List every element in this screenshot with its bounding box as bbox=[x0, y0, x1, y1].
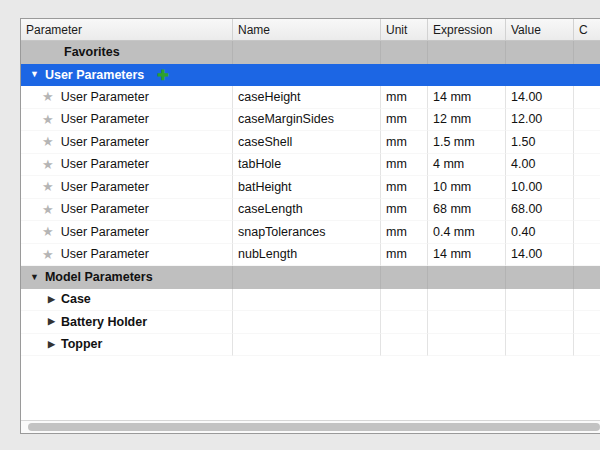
cell-empty bbox=[574, 289, 600, 312]
column-header-comments[interactable]: C bbox=[574, 19, 600, 40]
cell-expression[interactable]: 10 mm bbox=[428, 176, 506, 199]
cell-parameter: Favorites bbox=[21, 41, 233, 64]
cell-empty bbox=[233, 64, 381, 87]
column-header-value[interactable]: Value bbox=[506, 19, 574, 40]
cell-expression[interactable]: 14 mm bbox=[428, 86, 506, 109]
add-parameter-button[interactable]: ✚ bbox=[157, 68, 169, 82]
cell-expression[interactable]: 1.5 mm bbox=[428, 131, 506, 154]
cell-empty bbox=[233, 334, 381, 357]
favorite-star-icon[interactable]: ★ bbox=[42, 113, 54, 126]
cell-empty bbox=[506, 266, 574, 289]
cell-empty bbox=[506, 41, 574, 64]
cell-comment[interactable] bbox=[574, 86, 600, 109]
chevron-right-icon[interactable]: ▶ bbox=[48, 317, 55, 326]
group-row[interactable]: ▶Topper bbox=[21, 334, 600, 357]
cell-empty bbox=[381, 311, 428, 334]
cell-empty bbox=[233, 266, 381, 289]
parameter-row[interactable]: ★User ParametercaseHeightmm14 mm14.00 bbox=[21, 86, 600, 109]
favorite-star-icon[interactable]: ★ bbox=[42, 158, 54, 171]
cell-expression[interactable]: 0.4 mm bbox=[428, 221, 506, 244]
column-header-expression[interactable]: Expression bbox=[428, 19, 506, 40]
cell-expression[interactable]: 12 mm bbox=[428, 109, 506, 132]
cell-name[interactable]: caseLength bbox=[233, 199, 381, 222]
parameter-row[interactable]: ★User ParametercaseLengthmm68 mm68.00 bbox=[21, 199, 600, 222]
section-row[interactable]: ▼Model Parameters bbox=[21, 266, 600, 289]
chevron-right-icon[interactable]: ▶ bbox=[48, 340, 55, 349]
parameter-row[interactable]: ★User ParametercaseShellmm1.5 mm1.50 bbox=[21, 131, 600, 154]
cell-empty bbox=[506, 334, 574, 357]
cell-parameter: ★User Parameter bbox=[21, 221, 233, 244]
parameter-type-label: User Parameter bbox=[61, 247, 149, 261]
cell-name[interactable]: tabHole bbox=[233, 154, 381, 177]
favorite-star-icon[interactable]: ★ bbox=[42, 135, 54, 148]
cell-name[interactable]: caseShell bbox=[233, 131, 381, 154]
cell-parameter: ▶Battery Holder bbox=[21, 311, 233, 334]
column-header-name[interactable]: Name bbox=[233, 19, 381, 40]
cell-comment[interactable] bbox=[574, 221, 600, 244]
cell-empty bbox=[574, 64, 600, 87]
favorite-star-icon[interactable]: ★ bbox=[42, 225, 54, 238]
selected-section-row[interactable]: ▼User Parameters✚ bbox=[21, 64, 600, 87]
cell-empty bbox=[381, 289, 428, 312]
section-label: Model Parameters bbox=[45, 270, 153, 284]
chevron-down-icon[interactable]: ▼ bbox=[30, 70, 39, 79]
cell-comment[interactable] bbox=[574, 176, 600, 199]
parameter-row[interactable]: ★User ParameterbatHeightmm10 mm10.00 bbox=[21, 176, 600, 199]
cell-comment[interactable] bbox=[574, 131, 600, 154]
cell-comment[interactable] bbox=[574, 199, 600, 222]
cell-expression[interactable]: 4 mm bbox=[428, 154, 506, 177]
cell-name[interactable]: caseMarginSides bbox=[233, 109, 381, 132]
parameter-row[interactable]: ★User ParametersnapTolerancesmm0.4 mm0.4… bbox=[21, 221, 600, 244]
cell-unit[interactable]: mm bbox=[381, 86, 428, 109]
cell-empty bbox=[428, 64, 506, 87]
favorite-star-icon[interactable]: ★ bbox=[42, 248, 54, 261]
cell-expression[interactable]: 14 mm bbox=[428, 244, 506, 267]
scrollbar-thumb[interactable] bbox=[28, 423, 600, 431]
cell-name[interactable]: caseHeight bbox=[233, 86, 381, 109]
cell-parameter: ★User Parameter bbox=[21, 109, 233, 132]
favorite-star-icon[interactable]: ★ bbox=[42, 90, 54, 103]
column-header-unit[interactable]: Unit bbox=[381, 19, 428, 40]
group-row[interactable]: ▶Case bbox=[21, 289, 600, 312]
cell-name[interactable]: snapTolerances bbox=[233, 221, 381, 244]
parameter-row[interactable]: ★User ParameternubLengthmm14 mm14.00 bbox=[21, 244, 600, 267]
cell-empty bbox=[506, 64, 574, 87]
cell-expression[interactable]: 68 mm bbox=[428, 199, 506, 222]
section-label: Case bbox=[61, 292, 91, 306]
section-label: Topper bbox=[61, 337, 102, 351]
parameter-type-label: User Parameter bbox=[61, 112, 149, 126]
cell-unit[interactable]: mm bbox=[381, 131, 428, 154]
cell-name[interactable]: batHeight bbox=[233, 176, 381, 199]
horizontal-scrollbar[interactable] bbox=[21, 420, 600, 433]
parameter-row[interactable]: ★User ParametertabHolemm4 mm4.00 bbox=[21, 154, 600, 177]
cell-parameter: ▶Case bbox=[21, 289, 233, 312]
cell-value: 1.50 bbox=[506, 131, 574, 154]
cell-value: 14.00 bbox=[506, 244, 574, 267]
chevron-down-icon[interactable]: ▼ bbox=[30, 273, 39, 282]
cell-parameter: ★User Parameter bbox=[21, 199, 233, 222]
cell-empty bbox=[574, 311, 600, 334]
cell-unit[interactable]: mm bbox=[381, 109, 428, 132]
group-row[interactable]: ▶Battery Holder bbox=[21, 311, 600, 334]
cell-comment[interactable] bbox=[574, 154, 600, 177]
cell-parameter: ★User Parameter bbox=[21, 131, 233, 154]
cell-parameter: ▶Topper bbox=[21, 334, 233, 357]
cell-empty bbox=[381, 41, 428, 64]
section-row[interactable]: Favorites bbox=[21, 41, 600, 64]
favorite-star-icon[interactable]: ★ bbox=[42, 203, 54, 216]
cell-unit[interactable]: mm bbox=[381, 244, 428, 267]
cell-name[interactable]: nubLength bbox=[233, 244, 381, 267]
favorite-star-icon[interactable]: ★ bbox=[42, 180, 54, 193]
cell-comment[interactable] bbox=[574, 109, 600, 132]
cell-comment[interactable] bbox=[574, 244, 600, 267]
chevron-right-icon[interactable]: ▶ bbox=[48, 295, 55, 304]
section-label: User Parameters bbox=[45, 68, 144, 82]
column-header-parameter[interactable]: Parameter bbox=[21, 19, 233, 40]
cell-unit[interactable]: mm bbox=[381, 221, 428, 244]
cell-value: 68.00 bbox=[506, 199, 574, 222]
cell-unit[interactable]: mm bbox=[381, 176, 428, 199]
cell-parameter: ★User Parameter bbox=[21, 176, 233, 199]
cell-unit[interactable]: mm bbox=[381, 199, 428, 222]
parameter-row[interactable]: ★User ParametercaseMarginSidesmm12 mm12.… bbox=[21, 109, 600, 132]
cell-unit[interactable]: mm bbox=[381, 154, 428, 177]
